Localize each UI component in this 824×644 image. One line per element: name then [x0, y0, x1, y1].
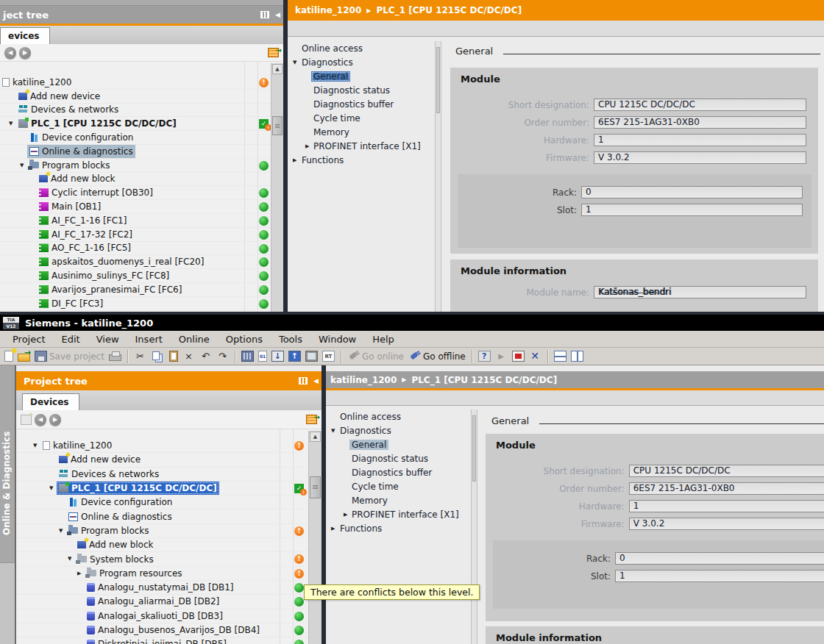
- tab-devices-top[interactable]: evices: [0, 27, 50, 44]
- nav-item-diagnostic-status[interactable]: Diagnostic status: [288, 84, 435, 98]
- menu-item-window[interactable]: Window: [310, 332, 364, 347]
- split-vertical-button[interactable]: [569, 350, 585, 362]
- collapse-arrow-icon[interactable]: ▼: [49, 485, 53, 491]
- hardware-config-button[interactable]: [240, 350, 255, 362]
- tree-item-analogai-skaliuoti-db-db3[interactable]: Analogai_skaliuoti_DB [DB3]: [16, 609, 322, 623]
- nav-item-cycle-time[interactable]: Cycle time: [326, 480, 471, 494]
- tree-item-cyclic-interrupt-ob30[interactable]: Cyclic interrupt [OB30]: [0, 186, 283, 200]
- tree-item-system-blocks[interactable]: ▼System blocks!: [16, 552, 322, 566]
- tree-item-device-configuration[interactable]: Device configuration: [0, 131, 283, 145]
- tree-item-katiline-1200[interactable]: ▼katiline_1200!: [16, 439, 322, 453]
- short-designation-field[interactable]: CPU 1215C DC/DC/DC: [594, 99, 806, 111]
- tree-item-avarijos-pranesimai-fc-fc6[interactable]: Avarijos_pranesimai_FC [FC6]: [0, 283, 283, 297]
- tree-item-program-blocks[interactable]: ▼Program blocks!: [16, 524, 322, 538]
- module-name-field[interactable]: Katšonas_bendri: [594, 286, 806, 298]
- stop-cpu-button[interactable]: [511, 350, 526, 362]
- collapse-arrow-icon[interactable]: ▼: [20, 162, 24, 168]
- order-number-field[interactable]: 6ES7 215-1AG31-0XB0: [594, 116, 806, 129]
- nav-item-general[interactable]: General: [288, 70, 435, 84]
- tree-item-add-new-block[interactable]: Add new block: [16, 538, 322, 552]
- menu-item-tools[interactable]: Tools: [271, 332, 310, 347]
- detail-view-icon[interactable]: [306, 415, 317, 424]
- hardware-field[interactable]: 1: [629, 500, 824, 512]
- tree-item-main-ob1[interactable]: Main [OB1]: [0, 200, 283, 214]
- menu-item-online[interactable]: Online: [171, 332, 218, 347]
- tree-item-analogu-aliarmai-db-db2[interactable]: Analogu_aliarmai_DB [DB2]: [16, 595, 322, 609]
- tree-item-analogu-busenos-avarijos-db-db4[interactable]: Analogu_busenos_Avarijos_DB [DB4]: [16, 623, 322, 637]
- nav-item-functions[interactable]: ▶Functions: [326, 522, 471, 536]
- accessible-devices-button[interactable]: ?: [477, 350, 492, 362]
- expand-arrow-icon[interactable]: ▶: [331, 526, 335, 532]
- nav-item-general[interactable]: General: [326, 438, 471, 452]
- tree-scrollbar-top[interactable]: ▲: [271, 63, 283, 315]
- tree-item-add-new-device[interactable]: Add new device: [16, 453, 322, 467]
- nav-scrollbar-top[interactable]: [435, 41, 441, 315]
- delete-button[interactable]: ×: [181, 350, 196, 362]
- collapse-arrow-icon[interactable]: ▼: [68, 556, 71, 562]
- nav-item-memory[interactable]: Memory: [326, 494, 471, 508]
- rack-field[interactable]: 0: [581, 186, 803, 198]
- rack-field[interactable]: 0: [615, 552, 824, 565]
- menu-item-insert[interactable]: Insert: [127, 332, 171, 347]
- undo-button[interactable]: ↶: [198, 350, 213, 362]
- collapse-panel-icon[interactable]: ◀: [275, 12, 280, 18]
- collapse-arrow-icon[interactable]: ▼: [33, 443, 37, 448]
- upload-from-device-button[interactable]: ↑: [287, 350, 302, 362]
- scrollbar-up-button[interactable]: ▲: [272, 64, 283, 74]
- runtime-button[interactable]: RT: [321, 350, 336, 362]
- scrollbar-thumb[interactable]: [272, 116, 283, 135]
- go-online-button[interactable]: Go online: [346, 350, 405, 362]
- new-item-icon[interactable]: [21, 415, 32, 425]
- tree-item-plc-1-cpu-1215c-dc-dc-dc[interactable]: ▼PLC_1 [CPU 1215C DC/DC/DC]✓: [16, 482, 322, 495]
- nav-item-diagnostics[interactable]: ▼Diagnostics: [288, 56, 435, 70]
- scrollbar-thumb[interactable]: [310, 476, 321, 498]
- expand-arrow-icon[interactable]: ▶: [305, 143, 309, 149]
- tree-item-analogu-nustatymai-db-db1[interactable]: Analogu_nustatymai_DB [DB1]: [16, 581, 322, 595]
- breadcrumb-device[interactable]: PLC_1 [CPU 1215C DC/DC/DC]: [376, 5, 522, 15]
- tree-scrollbar-bottom[interactable]: ▲: [308, 431, 322, 644]
- device-monitor-button[interactable]: [304, 350, 319, 362]
- collapse-arrow-icon[interactable]: ▼: [293, 60, 296, 65]
- expand-arrow-icon[interactable]: ▶: [293, 157, 296, 163]
- compile-button[interactable]: [257, 350, 269, 362]
- new-project-button[interactable]: [3, 350, 15, 362]
- tree-item-katiline-1200[interactable]: katiline_1200!: [0, 76, 283, 90]
- tree-item-plc-1-cpu-1215c-dc-dc-dc[interactable]: ▼PLC_1 [CPU 1215C DC/DC/DC]✓: [0, 117, 283, 131]
- expand-arrow-icon[interactable]: ▶: [77, 570, 81, 576]
- menu-item-edit[interactable]: Edit: [53, 332, 88, 347]
- short-designation-field[interactable]: CPU 1215C DC/DC/DC: [629, 465, 824, 477]
- nav-item-diagnostics-buffer[interactable]: Diagnostics buffer: [326, 466, 471, 480]
- panel-layout-icon[interactable]: [299, 377, 308, 384]
- order-number-field[interactable]: 6ES7 215-1AG31-0XB0: [629, 482, 824, 495]
- nav-item-profinet-interface-x1[interactable]: ▶PROFINET interface [X1]: [326, 508, 471, 522]
- tree-item-ai-fc-1-16-fc1[interactable]: AI_FC_1-16 [FC1]: [0, 214, 283, 228]
- start-cpu-button[interactable]: ▶: [494, 350, 509, 362]
- tree-item-devices-networks[interactable]: Devices & networks: [0, 104, 283, 118]
- go-offline-button[interactable]: Go offline: [407, 350, 467, 362]
- split-horizontal-button[interactable]: [553, 350, 568, 362]
- tree-item-ausinimo-sulinys-fc-fc8[interactable]: Ausinimo_sulinys_FC [FC8]: [0, 269, 283, 283]
- forward-button[interactable]: ▶: [49, 414, 61, 426]
- nav-item-diagnostic-status[interactable]: Diagnostic status: [326, 452, 471, 466]
- forward-button[interactable]: ▶: [19, 47, 31, 59]
- side-tab-online-diagnostics[interactable]: Online & Diagnostics: [0, 365, 15, 644]
- copy-button[interactable]: [149, 350, 165, 362]
- slot-field[interactable]: 1: [581, 204, 803, 216]
- paste-button[interactable]: [166, 350, 180, 362]
- tree-item-online-diagnostics[interactable]: Online & diagnostics: [16, 509, 322, 523]
- download-to-device-button[interactable]: ↓: [270, 350, 285, 362]
- firmware-field[interactable]: V 3.0.2: [594, 151, 806, 164]
- tree-item-add-new-block[interactable]: Add new block: [0, 173, 283, 187]
- tree-item-program-blocks[interactable]: ▼Program blocks: [0, 159, 283, 173]
- tree-item-diskretiniai-jejimai-db-db5[interactable]: Diskretiniai_jejimai_DB [DB5]: [16, 637, 322, 644]
- hardware-field[interactable]: 1: [594, 134, 806, 146]
- tree-item-di-fc-fc3[interactable]: DI_FC [FC3]: [0, 297, 283, 311]
- collapse-arrow-icon[interactable]: ▼: [9, 121, 13, 126]
- nav-item-diagnostics[interactable]: ▼Diagnostics: [326, 424, 471, 438]
- nav-item-online-access[interactable]: Online access: [326, 410, 471, 424]
- tree-item-program-resources[interactable]: ▶Program resources!: [16, 567, 322, 581]
- tab-devices-bottom[interactable]: Devices: [22, 393, 79, 410]
- tree-item-apskaitos-duomenys-i-real-fc20[interactable]: apskaitos_duomenys_i_real [FC20]: [0, 255, 283, 269]
- collapse-panel-icon[interactable]: ◀: [313, 378, 319, 384]
- nav-scrollbar-thumb[interactable]: [472, 415, 476, 482]
